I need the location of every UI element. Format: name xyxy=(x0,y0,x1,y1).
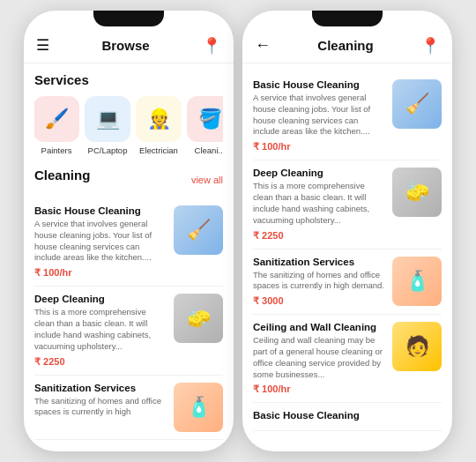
left-service-name-2: Sanitization Services xyxy=(34,383,167,393)
right-service-desc-0: A service that involves general house cl… xyxy=(253,93,385,138)
right-header: ← Cleaning 📍 xyxy=(242,26,452,63)
right-service-name-0: Basic House Cleaning xyxy=(253,79,385,90)
cleaning-card-label: Cleani... xyxy=(195,145,223,155)
view-all-button[interactable]: view all xyxy=(191,175,223,185)
left-service-desc-0: A service that involves general house cl… xyxy=(34,219,167,264)
right-service-name-1: Deep Cleaning xyxy=(253,168,385,178)
left-service-info-2: Sanitization Services The sanitizing of … xyxy=(34,383,167,422)
right-service-item-3[interactable]: Ceiling and Wall Cleaning Ceiling and wa… xyxy=(253,315,442,403)
location-icon-right[interactable]: 📍 xyxy=(420,36,440,56)
right-service-info-3: Ceiling and Wall Cleaning Ceiling and wa… xyxy=(253,322,385,395)
right-service-info-1: Deep Cleaning This is a more comprehensi… xyxy=(253,168,385,241)
left-phone-notch xyxy=(93,11,164,26)
right-phone-notch xyxy=(312,11,383,26)
right-service-info-2: Sanitization Services The sanitizing of … xyxy=(253,257,385,308)
left-service-info-1: Deep Cleaning This is a more comprehensi… xyxy=(34,294,167,367)
service-electrician[interactable]: 👷 Electrician xyxy=(137,96,181,155)
right-service-name-2: Sanitization Services xyxy=(253,257,385,267)
cleaning-section-title: Cleaning xyxy=(34,168,90,183)
right-service-price-1: ₹ 2250 xyxy=(253,230,385,242)
left-service-img-2: 🧴 xyxy=(174,383,223,432)
left-service-price-0: ₹ 100/hr xyxy=(34,267,167,279)
right-service-item-0[interactable]: Basic House Cleaning A service that invo… xyxy=(253,72,442,160)
left-service-desc-1: This is a more comprehensive clean than … xyxy=(34,307,167,352)
left-phone: ☰ Browse 📍 Services 🖌️ Painters 💻 xyxy=(24,11,234,451)
right-service-price-3: ₹ 100/hr xyxy=(253,384,385,395)
laptop-label: PC/Laptop xyxy=(88,145,128,155)
service-laptop[interactable]: 💻 PC/Laptop xyxy=(86,96,130,155)
cleaning-title: Cleaning xyxy=(317,38,373,53)
electrician-icon-box: 👷 xyxy=(136,96,182,142)
electrician-label: Electrician xyxy=(139,145,178,155)
left-phone-screen: ☰ Browse 📍 Services 🖌️ Painters 💻 xyxy=(24,26,234,451)
right-service-desc-1: This is a more comprehensive clean than … xyxy=(253,181,385,226)
right-screen-content: Basic House Cleaning A service that invo… xyxy=(242,63,452,451)
service-cleaning-card[interactable]: 🪣 Cleani... xyxy=(188,96,223,155)
right-service-desc-2: The sanitizing of homes and office space… xyxy=(253,270,385,293)
left-screen-content: Services 🖌️ Painters 💻 PC/Laptop 👷 xyxy=(24,63,234,451)
right-service-price-0: ₹ 100/hr xyxy=(253,141,385,153)
right-service-item-1[interactable]: Deep Cleaning This is a more comprehensi… xyxy=(253,160,442,249)
left-header: ☰ Browse 📍 xyxy=(24,26,234,63)
menu-icon[interactable]: ☰ xyxy=(36,36,49,55)
services-title: Services xyxy=(34,72,223,87)
right-service-info-4: Basic House Cleaning xyxy=(253,410,442,423)
right-service-img-0: 🧹 xyxy=(392,79,442,129)
right-service-price-2: ₹ 3000 xyxy=(253,295,385,307)
right-service-desc-3: Ceiling and wall cleaning may be part of… xyxy=(253,335,385,380)
right-service-name-3: Ceiling and Wall Cleaning xyxy=(253,322,385,332)
left-service-price-1: ₹ 2250 xyxy=(34,356,167,368)
left-service-item-0[interactable]: Basic House Cleaning A service that invo… xyxy=(34,198,223,287)
right-service-name-4: Basic House Cleaning xyxy=(253,410,442,421)
back-button[interactable]: ← xyxy=(255,36,271,55)
right-phone-screen: ← Cleaning 📍 Basic House Cleaning A serv… xyxy=(242,26,452,451)
cleaning-section-header: Cleaning view all xyxy=(34,168,223,191)
left-service-img-0: 🧹 xyxy=(174,205,223,255)
painters-label: Painters xyxy=(41,145,72,155)
left-service-item-2[interactable]: Sanitization Services The sanitizing of … xyxy=(34,376,223,440)
right-service-info-0: Basic House Cleaning A service that invo… xyxy=(253,79,385,153)
left-service-name-1: Deep Cleaning xyxy=(34,294,167,304)
right-phone: ← Cleaning 📍 Basic House Cleaning A serv… xyxy=(242,11,452,451)
left-service-info-0: Basic House Cleaning A service that invo… xyxy=(34,205,167,279)
left-service-item-1[interactable]: Deep Cleaning This is a more comprehensi… xyxy=(34,287,223,375)
browse-title: Browse xyxy=(101,38,149,53)
right-service-img-1: 🧽 xyxy=(392,168,442,217)
right-service-item-2[interactable]: Sanitization Services The sanitizing of … xyxy=(253,250,442,316)
laptop-icon-box: 💻 xyxy=(85,96,130,142)
cleaning-icon-box: 🪣 xyxy=(187,96,223,142)
left-service-img-1: 🧽 xyxy=(174,294,223,343)
painters-icon-box: 🖌️ xyxy=(34,96,79,142)
location-icon-left[interactable]: 📍 xyxy=(202,36,221,56)
left-service-name-0: Basic House Cleaning xyxy=(34,205,167,216)
left-service-desc-2: The sanitizing of homes and office space… xyxy=(34,396,167,419)
services-grid: 🖌️ Painters 💻 PC/Laptop 👷 Electrician xyxy=(34,96,223,155)
right-service-img-3: 🧑 xyxy=(392,322,442,371)
right-service-img-2: 🧴 xyxy=(392,257,442,306)
right-service-item-4[interactable]: Basic House Cleaning xyxy=(253,403,442,431)
service-painters[interactable]: 🖌️ Painters xyxy=(34,96,78,155)
